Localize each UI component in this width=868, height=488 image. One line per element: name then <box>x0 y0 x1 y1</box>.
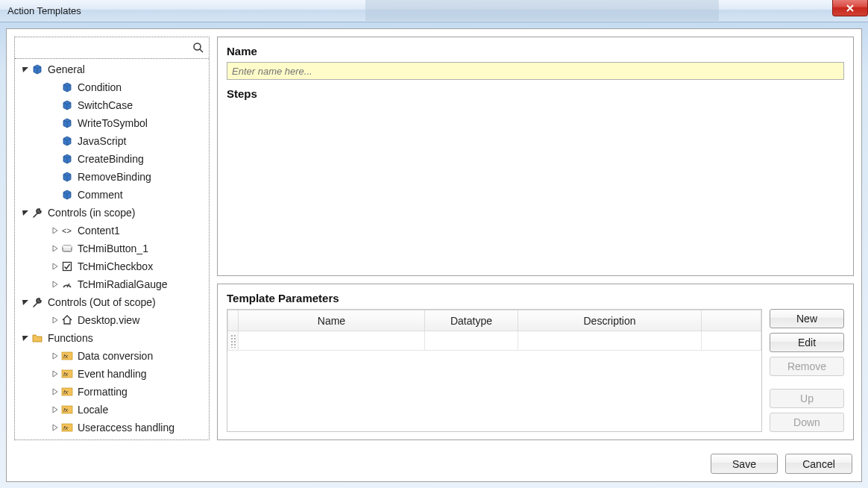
cube-icon <box>31 63 43 75</box>
close-icon <box>846 4 855 13</box>
search-input[interactable] <box>17 40 207 56</box>
tree-item[interactable]: fxEvent handling <box>15 365 209 383</box>
tree-item[interactable]: SwitchCase <box>15 96 209 114</box>
remove-button[interactable]: Remove <box>770 357 844 376</box>
tree-item[interactable]: fxData conversion <box>15 347 209 365</box>
tree-item-label: CreateBinding <box>78 153 144 165</box>
params-side-buttons: New Edit Remove Up Down <box>770 309 844 432</box>
expand-caret-icon[interactable] <box>51 226 60 235</box>
fx-icon: fx <box>61 404 73 416</box>
fx-icon: fx <box>61 386 73 398</box>
search-box <box>15 37 209 59</box>
tree-item[interactable]: RemoveBinding <box>15 168 209 186</box>
tree-group[interactable]: Controls (Out of scope) <box>15 293 209 311</box>
expand-caret-icon[interactable] <box>21 208 30 217</box>
svg-text:fx: fx <box>63 407 69 413</box>
tree-item[interactable]: Desktop.view <box>15 311 209 329</box>
expand-caret-icon[interactable] <box>21 334 30 342</box>
col-datatype-header[interactable]: Datatype <box>425 310 518 331</box>
caret-spacer <box>51 190 60 199</box>
steps-section: Steps <box>227 87 844 100</box>
tree-item[interactable]: TcHmiCheckbox <box>15 257 209 275</box>
tree[interactable]: GeneralConditionSwitchCaseWriteToSymbolJ… <box>15 59 209 439</box>
tree-item[interactable]: Comment <box>15 186 209 204</box>
cancel-button[interactable]: Cancel <box>785 454 852 474</box>
expand-caret-icon[interactable] <box>51 351 60 360</box>
tree-item[interactable]: fxFormatting <box>15 383 209 401</box>
close-button[interactable] <box>832 0 868 16</box>
tree-item-label: Data conversion <box>78 350 153 362</box>
expand-caret-icon[interactable] <box>51 405 60 414</box>
tree-item[interactable]: TcHmiButton_1 <box>15 240 209 257</box>
expand-caret-icon[interactable] <box>51 244 60 253</box>
tree-group[interactable]: Functions <box>15 329 209 347</box>
save-button[interactable]: Save <box>711 454 778 474</box>
tree-item[interactable]: JavaScript <box>15 132 209 150</box>
up-button[interactable]: Up <box>770 389 844 408</box>
tree-item[interactable]: Condition <box>15 78 209 96</box>
name-steps-panel: Name Steps <box>217 37 854 276</box>
caret-spacer <box>51 154 60 163</box>
cube-icon <box>61 153 73 165</box>
svg-text:fx: fx <box>63 371 69 378</box>
row-grip[interactable] <box>228 331 239 351</box>
svg-text:fx: fx <box>63 353 69 360</box>
expand-caret-icon[interactable] <box>21 65 30 74</box>
table-row[interactable] <box>228 331 761 351</box>
tree-item[interactable]: fxLocale <box>15 401 209 419</box>
col-description-header[interactable]: Description <box>518 310 702 331</box>
caret-spacer <box>51 119 60 128</box>
tree-group[interactable]: General <box>15 60 209 78</box>
tree-item[interactable]: <>Content1 <box>15 222 209 240</box>
cube-icon <box>61 81 73 93</box>
tree-item-label: Comment <box>78 189 123 201</box>
tree-item-label: TcHmiRadialGauge <box>78 278 168 290</box>
svg-text:fx: fx <box>63 389 69 395</box>
new-button[interactable]: New <box>770 309 844 328</box>
expand-caret-icon[interactable] <box>21 298 30 307</box>
checkbox-icon <box>61 260 73 272</box>
expand-caret-icon[interactable] <box>51 369 60 378</box>
dialog-footer: Save Cancel <box>7 448 861 481</box>
cell-datatype[interactable] <box>425 331 518 351</box>
tree-item[interactable]: CreateBinding <box>15 150 209 168</box>
tree-item[interactable]: fxUseraccess handling <box>15 419 209 437</box>
tree-group[interactable]: Controls (in scope) <box>15 204 209 222</box>
caret-spacer <box>51 137 60 146</box>
expand-caret-icon[interactable] <box>51 387 60 396</box>
tree-panel: GeneralConditionSwitchCaseWriteToSymbolJ… <box>14 37 210 440</box>
title-bar: Action Templates <box>0 0 868 22</box>
expand-caret-icon[interactable] <box>51 423 60 432</box>
tree-item[interactable]: TcHmiRadialGauge <box>15 275 209 293</box>
tree-group-label: Functions <box>48 332 93 344</box>
cube-icon <box>61 135 73 147</box>
col-name-header[interactable]: Name <box>239 310 425 331</box>
tag-icon: <> <box>61 225 73 237</box>
expand-caret-icon[interactable] <box>51 280 60 289</box>
tree-item[interactable]: WriteToSymbol <box>15 114 209 132</box>
folder-icon <box>31 332 43 344</box>
name-input[interactable] <box>227 62 844 80</box>
cell-description[interactable] <box>518 331 702 351</box>
tree-item-label: JavaScript <box>78 135 126 147</box>
fx-icon: fx <box>61 422 73 434</box>
edit-button[interactable]: Edit <box>770 333 844 352</box>
tree-item-label: WriteToSymbol <box>78 117 148 129</box>
tree-item-label: Useraccess handling <box>78 422 174 434</box>
tree-item-label: Locale <box>78 404 108 416</box>
expand-caret-icon[interactable] <box>51 262 60 271</box>
tree-group-label: General <box>48 63 85 75</box>
tree-item-label: Desktop.view <box>78 314 139 326</box>
fx-icon: fx <box>61 350 73 362</box>
svg-text:<>: <> <box>62 226 72 235</box>
right-column: Name Steps Template Parameters <box>217 37 854 440</box>
expand-caret-icon[interactable] <box>51 316 60 325</box>
cube-icon <box>61 99 73 111</box>
tree-group-label: Controls (in scope) <box>48 207 136 219</box>
main-row: GeneralConditionSwitchCaseWriteToSymbolJ… <box>7 29 861 448</box>
down-button[interactable]: Down <box>770 413 844 432</box>
tree-group-label: Controls (Out of scope) <box>48 296 156 308</box>
steps-label: Steps <box>227 87 844 100</box>
params-table[interactable]: Name Datatype Description <box>227 309 762 432</box>
cell-name[interactable] <box>239 331 425 351</box>
